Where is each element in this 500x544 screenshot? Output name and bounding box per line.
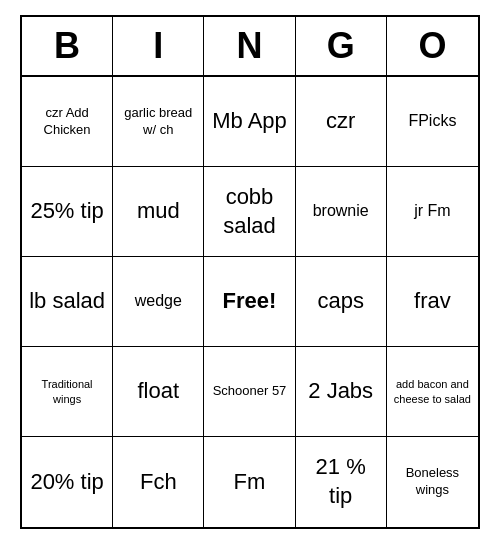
bingo-cell: garlic bread w/ ch [113,77,204,167]
bingo-cell: cobb salad [204,167,295,257]
bingo-cell: add bacon and cheese to salad [387,347,478,437]
bingo-header: BINGO [22,17,478,77]
bingo-cell: Fm [204,437,295,527]
bingo-cell: jr Fm [387,167,478,257]
header-letter: N [204,17,295,75]
bingo-cell: float [113,347,204,437]
bingo-cell: Fch [113,437,204,527]
header-letter: B [22,17,113,75]
bingo-cell: Free! [204,257,295,347]
bingo-cell: brownie [296,167,387,257]
bingo-cell: 25% tip [22,167,113,257]
bingo-cell: Schooner 57 [204,347,295,437]
bingo-cell: czr [296,77,387,167]
bingo-cell: Mb App [204,77,295,167]
header-letter: I [113,17,204,75]
bingo-cell: Boneless wings [387,437,478,527]
bingo-card: BINGO czr Add Chickengarlic bread w/ chM… [20,15,480,529]
bingo-cell: mud [113,167,204,257]
bingo-cell: lb salad [22,257,113,347]
bingo-cell: Traditional wings [22,347,113,437]
bingo-cell: FPicks [387,77,478,167]
bingo-cell: czr Add Chicken [22,77,113,167]
bingo-cell: 21 % tip [296,437,387,527]
bingo-grid: czr Add Chickengarlic bread w/ chMb Appc… [22,77,478,527]
header-letter: O [387,17,478,75]
bingo-cell: caps [296,257,387,347]
bingo-cell: 20% tip [22,437,113,527]
header-letter: G [296,17,387,75]
bingo-cell: wedge [113,257,204,347]
bingo-cell: frav [387,257,478,347]
bingo-cell: 2 Jabs [296,347,387,437]
